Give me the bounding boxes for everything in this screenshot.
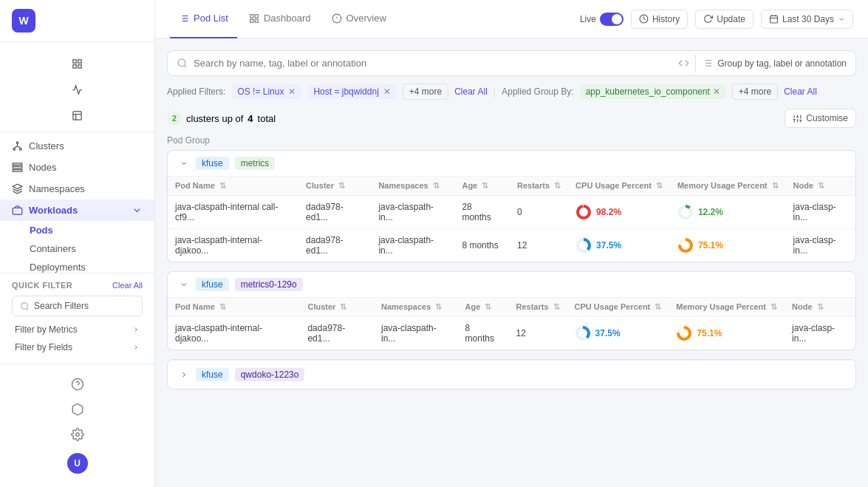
- app-logo[interactable]: W: [12, 9, 35, 33]
- group3-tag-kfuse: kfuse: [196, 368, 229, 381]
- col-age-1: Age ⇅: [454, 177, 510, 196]
- history-icon: [639, 14, 649, 24]
- group-filter-tag-1[interactable]: app_kubernetes_io_component ✕: [580, 84, 726, 99]
- quick-filter-title: Quick Filter: [12, 281, 72, 290]
- summary-text-middle: clusters up of: [186, 113, 243, 124]
- mem-percent-1-2: 75.1%: [698, 240, 723, 251]
- sidebar-avatar[interactable]: U: [0, 447, 154, 480]
- sidebar-bottom-settings[interactable]: [0, 422, 154, 447]
- quick-filter-header: Quick Filter Clear All: [12, 281, 143, 290]
- svg-point-7: [16, 142, 18, 144]
- tab-overview[interactable]: Overview: [323, 0, 395, 38]
- update-button[interactable]: Update: [695, 10, 753, 29]
- svg-rect-32: [250, 19, 253, 22]
- summary-bar: 2 clusters up of 4 total Customise: [167, 109, 856, 128]
- pod-group-3: kfuse qwdoko-1223o: [167, 359, 856, 389]
- group3-tag-qwdoko: qwdoko-1223o: [235, 368, 305, 381]
- sidebar-icon-home[interactable]: [66, 52, 89, 75]
- pod-group-1: kfuse metrics Pod Name ⇅ Cluster ⇅ Names…: [167, 150, 856, 262]
- table-row[interactable]: java-claspath-internal call-cf9... dada9…: [168, 196, 855, 229]
- tab-dashboard[interactable]: Dashboard: [240, 0, 320, 38]
- sidebar-item-workloads[interactable]: Workloads: [0, 200, 154, 221]
- sidebar-item-nodes[interactable]: Nodes: [0, 157, 154, 178]
- clusters-total: 4: [247, 113, 253, 124]
- svg-point-9: [20, 149, 22, 151]
- group-clear-link[interactable]: Clear All: [784, 86, 817, 97]
- remove-group-filter[interactable]: ✕: [713, 86, 720, 97]
- customise-button[interactable]: Customise: [785, 109, 856, 128]
- group2-collapse[interactable]: [178, 279, 190, 290]
- search-filters-button[interactable]: Search Filters: [12, 296, 143, 316]
- cpu-percent-2-1: 37.5%: [595, 328, 621, 338]
- filters-row: Applied Filters: OS != Linux ✕ Host = jb…: [167, 84, 856, 100]
- sidebar-bottom-package[interactable]: [0, 397, 154, 422]
- filter-by-metrics[interactable]: Filter by Metrics: [12, 321, 143, 338]
- sidebar-bottom-support[interactable]: [0, 372, 154, 397]
- filter-by-fields[interactable]: Filter by Fields: [12, 338, 143, 356]
- live-toggle[interactable]: [600, 13, 623, 26]
- update-label: Update: [717, 14, 745, 24]
- svg-rect-13: [13, 163, 22, 166]
- cpu-donut-1-2: [575, 237, 592, 253]
- svg-rect-17: [13, 208, 22, 214]
- svg-point-8: [13, 149, 16, 151]
- code-icon[interactable]: [678, 58, 689, 69]
- dashboard-icon: [249, 13, 259, 24]
- col-namespaces-1: Namespaces ⇅: [371, 177, 454, 196]
- node-cell: java-clasp-in...: [785, 317, 855, 350]
- cluster-cell: dada978-ed1...: [298, 229, 371, 262]
- filter-more-button[interactable]: +4 more: [403, 84, 448, 100]
- restarts-cell: 12: [509, 317, 567, 350]
- pod-list-icon: [179, 13, 189, 24]
- quick-filter-clear[interactable]: Clear All: [112, 281, 143, 290]
- col-cluster-1: Cluster ⇅: [298, 177, 371, 196]
- search-input[interactable]: [194, 51, 672, 75]
- group1-table: Pod Name ⇅ Cluster ⇅ Namespaces ⇅ Age ⇅ …: [168, 176, 855, 262]
- cpu-cell: 37.5%: [567, 317, 669, 350]
- table-row[interactable]: java-claspath-internal-djakoo... dada978…: [168, 317, 855, 350]
- sidebar-icon-grid2[interactable]: [66, 104, 89, 127]
- mem-donut-2-1: [676, 325, 692, 341]
- svg-marker-16: [13, 184, 22, 188]
- age-cell: 8 months: [458, 317, 509, 350]
- calendar-icon: [769, 14, 779, 24]
- restarts-cell: 0: [510, 196, 568, 229]
- remove-host-filter[interactable]: ✕: [383, 86, 391, 97]
- tab-pod-list[interactable]: Pod List: [170, 0, 237, 38]
- sidebar-item-namespaces[interactable]: Namespaces: [0, 178, 154, 200]
- group-by-icon: [702, 58, 713, 69]
- sidebar-item-nodes-label: Nodes: [29, 162, 57, 173]
- sidebar-item-pods[interactable]: Pods: [0, 221, 154, 239]
- table-row[interactable]: java-claspath-internal-djakoo... dada978…: [168, 229, 855, 262]
- group1-collapse[interactable]: [178, 157, 190, 169]
- mem-percent-1-1: 12.2%: [698, 207, 723, 217]
- sidebar-item-clusters-label: Clusters: [29, 140, 64, 151]
- group3-expand[interactable]: [178, 369, 190, 381]
- filters-clear-link[interactable]: Clear All: [454, 86, 488, 97]
- pod-group-2: kfuse metrics0-129o Pod Name ⇅ Cluster ⇅…: [167, 271, 856, 350]
- sidebar-item-containers[interactable]: Containers: [0, 239, 154, 258]
- sidebar-icon-activity[interactable]: [66, 78, 89, 101]
- search-bar: Group by tag, label or annotation: [167, 50, 856, 76]
- remove-os-filter[interactable]: ✕: [288, 86, 295, 97]
- filter-tag-host[interactable]: Host = jbqwiddnj ✕: [307, 84, 396, 99]
- filter-tag-os[interactable]: OS != Linux ✕: [231, 84, 301, 99]
- svg-rect-4: [73, 112, 81, 120]
- date-range-button[interactable]: Last 30 Days: [761, 10, 853, 29]
- sidebar-item-clusters[interactable]: Clusters: [0, 135, 154, 157]
- header-tabs: Pod List Dashboard Overview: [170, 0, 395, 38]
- col-pod-name-2: Pod Name ⇅: [168, 298, 300, 317]
- group-more-button[interactable]: +4 more: [732, 84, 778, 100]
- cpu-usage-2-1: 37.5%: [575, 325, 662, 341]
- sidebar-bottom: U: [0, 364, 154, 487]
- cpu-percent-1-2: 37.5%: [596, 240, 621, 251]
- col-restarts-2: Restarts ⇅: [509, 298, 567, 317]
- mem-usage-1-1: 12.2%: [677, 204, 779, 220]
- history-button[interactable]: History: [631, 10, 688, 29]
- history-label: History: [652, 14, 680, 24]
- sidebar-item-deployments[interactable]: Deployments: [0, 258, 154, 273]
- applied-group-label: Applied Group By:: [502, 86, 573, 97]
- expand-icon-3: [180, 370, 188, 379]
- quick-filter-section: Quick Filter Clear All Search Filters Fi…: [0, 273, 154, 364]
- tab-overview-label: Overview: [346, 13, 386, 24]
